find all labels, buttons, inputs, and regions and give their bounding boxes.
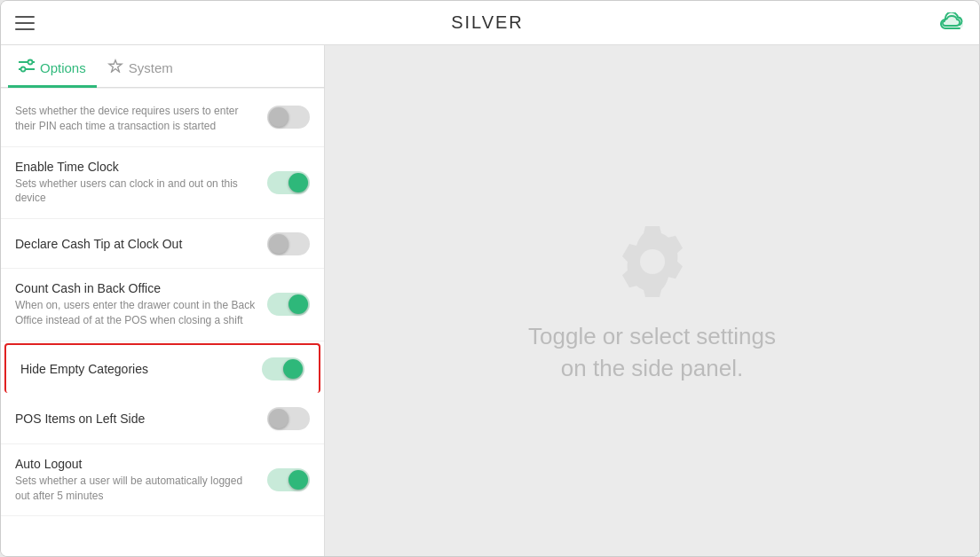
gear-icon-large xyxy=(608,217,697,306)
svg-marker-6 xyxy=(109,60,122,72)
tabs-container: Options System xyxy=(1,45,324,88)
settings-item-title: Count Cash in Back Office xyxy=(15,281,257,295)
app-container: SILVER xyxy=(0,0,980,557)
list-item: Sets whether the device requires users t… xyxy=(1,88,324,147)
settings-item-content: POS Items on Left Side xyxy=(15,412,257,426)
svg-point-7 xyxy=(640,249,665,274)
settings-item-title: Auto Logout xyxy=(15,457,257,471)
settings-item-desc: Sets whether the device requires users t… xyxy=(15,104,257,134)
hide-empty-categories-toggle[interactable] xyxy=(262,357,304,380)
auto-logout-toggle[interactable] xyxy=(267,468,310,491)
tab-system[interactable]: System xyxy=(97,50,184,88)
svg-point-2 xyxy=(28,60,33,65)
tab-options-label: Options xyxy=(40,60,86,75)
left-panel: Options System Sets whether the devi xyxy=(1,45,325,556)
toggle-thumb xyxy=(288,173,308,192)
list-item: Declare Cash Tip at Clock Out xyxy=(1,219,324,269)
header-left xyxy=(15,16,35,30)
tab-system-label: System xyxy=(129,60,173,75)
settings-item-desc: Sets whether a user will be automaticall… xyxy=(15,474,257,504)
list-item: Enable Time Clock Sets whether users can… xyxy=(1,147,324,220)
app-title: SILVER xyxy=(451,12,524,33)
toggle-thumb xyxy=(283,359,303,379)
right-panel: Toggle or select settingson the side pan… xyxy=(325,45,979,556)
list-item: Auto Logout Sets whether a user will be … xyxy=(1,444,324,517)
require-pin-toggle[interactable] xyxy=(267,106,310,129)
options-icon xyxy=(19,59,35,76)
count-cash-back-office-toggle[interactable] xyxy=(267,293,310,316)
settings-item-title: Enable Time Clock xyxy=(15,160,257,174)
settings-item-title: Declare Cash Tip at Clock Out xyxy=(15,237,257,251)
settings-item-desc: Sets whether users can clock in and out … xyxy=(15,177,257,207)
svg-point-5 xyxy=(21,67,26,72)
header: SILVER xyxy=(1,1,979,45)
system-icon xyxy=(107,59,123,76)
settings-item-content: Enable Time Clock Sets whether users can… xyxy=(15,160,257,207)
enable-time-clock-toggle[interactable] xyxy=(267,171,310,194)
settings-item-title: POS Items on Left Side xyxy=(15,412,257,426)
settings-item-content: Count Cash in Back Office When on, users… xyxy=(15,281,257,328)
settings-item-content: Hide Empty Categories xyxy=(20,362,251,376)
list-item: Hide Empty Categories xyxy=(4,343,320,393)
list-item: Count Cash in Back Office When on, users… xyxy=(1,269,324,341)
list-item: POS Items on Left Side xyxy=(1,395,324,444)
toggle-thumb xyxy=(269,234,288,254)
pos-items-left-side-toggle[interactable] xyxy=(267,407,310,430)
settings-list: Sets whether the device requires users t… xyxy=(1,88,324,556)
settings-item-desc: When on, users enter the drawer count in… xyxy=(15,298,257,328)
settings-item-title: Hide Empty Categories xyxy=(20,362,251,376)
settings-item-content: Sets whether the device requires users t… xyxy=(15,101,257,134)
settings-item-content: Declare Cash Tip at Clock Out xyxy=(15,237,257,251)
toggle-thumb xyxy=(288,470,308,490)
declare-cash-tip-toggle[interactable] xyxy=(267,232,310,255)
tab-options[interactable]: Options xyxy=(8,50,97,88)
cloud-icon xyxy=(940,11,965,35)
settings-item-content: Auto Logout Sets whether a user will be … xyxy=(15,457,257,504)
main-layout: Options System Sets whether the devi xyxy=(1,45,979,556)
right-panel-text: Toggle or select settingson the side pan… xyxy=(528,320,776,385)
hamburger-icon[interactable] xyxy=(15,16,35,30)
